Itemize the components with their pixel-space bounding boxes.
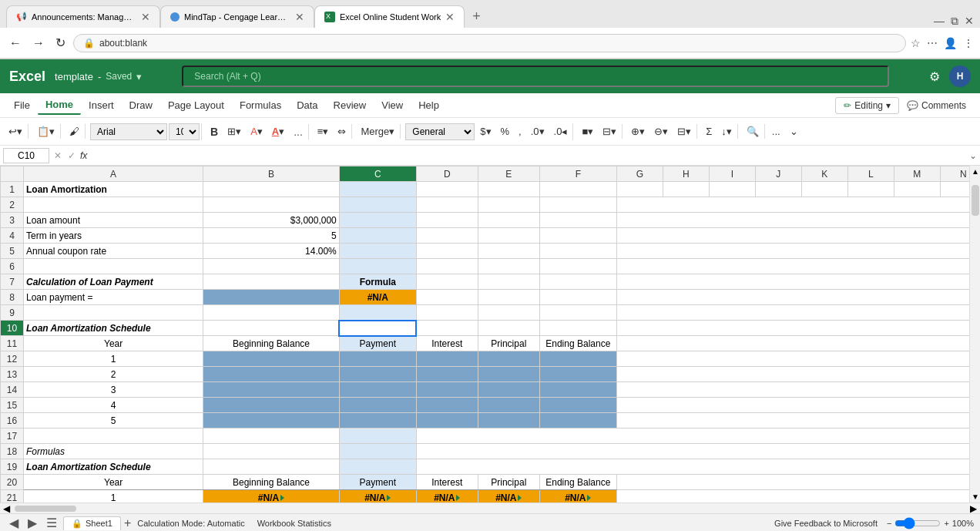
editing-dropdown-icon[interactable]: ▾ xyxy=(886,100,891,111)
chevron-down-icon[interactable]: ▾ xyxy=(136,71,142,82)
cell-F2[interactable] xyxy=(539,197,616,213)
scroll-sheets-right[interactable]: ▶ xyxy=(25,516,40,530)
cell-E14[interactable] xyxy=(478,382,539,398)
reload-button[interactable]: ↻ xyxy=(52,32,69,53)
cell-G20[interactable] xyxy=(616,475,969,490)
cell-A3[interactable]: Loan amount xyxy=(24,213,203,228)
zoom-in-button[interactable]: + xyxy=(944,519,948,528)
cell-B15[interactable] xyxy=(203,398,340,413)
menu-insert[interactable]: Insert xyxy=(81,96,122,114)
cell-E9[interactable] xyxy=(478,305,539,321)
cell-E8[interactable] xyxy=(478,290,539,305)
format-painter-button[interactable]: 🖌 xyxy=(65,124,83,139)
align-button[interactable]: ≡▾ xyxy=(314,124,333,139)
cell-L1[interactable] xyxy=(847,182,894,197)
add-sheet-button[interactable]: + xyxy=(124,516,131,530)
cell-C9[interactable] xyxy=(339,305,416,321)
cell-F9[interactable] xyxy=(539,305,616,321)
cell-J1[interactable] xyxy=(755,182,801,197)
autosum-button[interactable]: Σ xyxy=(702,124,716,139)
cell-D10[interactable] xyxy=(416,321,478,336)
cell-D21[interactable]: #N/A xyxy=(416,490,478,503)
cell-G4[interactable] xyxy=(616,228,969,244)
cell-G7[interactable] xyxy=(616,274,969,290)
cell-G8[interactable] xyxy=(616,290,969,305)
comma-button[interactable]: , xyxy=(515,124,525,139)
scroll-sheets-left[interactable]: ◀ xyxy=(6,516,22,530)
cell-G5[interactable] xyxy=(616,244,969,259)
sheet-area[interactable]: A B C D E F G H I J K L M N O xyxy=(0,166,969,502)
cell-C6[interactable] xyxy=(339,259,416,274)
zoom-out-button[interactable]: − xyxy=(887,519,891,528)
menu-draw[interactable]: Draw xyxy=(122,96,160,114)
tab-close-3[interactable]: ✕ xyxy=(445,11,455,23)
cell-C10[interactable] xyxy=(339,321,416,336)
cell-F16[interactable] xyxy=(539,413,616,428)
col-header-H[interactable]: H xyxy=(663,166,709,182)
cell-E15[interactable] xyxy=(478,398,539,413)
cell-A1[interactable]: Loan Amortization xyxy=(24,182,203,197)
cell-A20[interactable]: Year xyxy=(24,475,203,490)
workbook-stats-button[interactable]: Workbook Statistics xyxy=(257,519,331,528)
cell-D18[interactable] xyxy=(416,444,969,459)
cell-C12[interactable] xyxy=(339,351,416,367)
row-header-3[interactable]: 3 xyxy=(1,213,24,228)
col-header-N[interactable]: N xyxy=(940,166,969,182)
settings-icon[interactable]: ⋮ xyxy=(963,37,974,49)
col-header-G[interactable]: G xyxy=(616,166,663,182)
cell-G9[interactable] xyxy=(616,305,969,321)
cell-I1[interactable] xyxy=(709,182,755,197)
cell-D1[interactable] xyxy=(416,182,478,197)
cell-D11[interactable]: Interest xyxy=(416,336,478,351)
cell-G10[interactable] xyxy=(616,321,969,336)
cell-M1[interactable] xyxy=(894,182,940,197)
cell-A7[interactable]: Calculation of Loan Payment xyxy=(24,274,203,290)
zoom-slider[interactable] xyxy=(894,517,941,529)
cell-C20[interactable]: Payment xyxy=(339,475,416,490)
cell-A14[interactable]: 3 xyxy=(24,382,203,398)
bookmark-icon[interactable]: ☆ xyxy=(911,37,921,49)
menu-page-layout[interactable]: Page Layout xyxy=(160,96,232,114)
editing-button[interactable]: ✏ Editing ▾ xyxy=(835,97,899,114)
row-header-10[interactable]: 10 xyxy=(1,321,24,336)
cell-E3[interactable] xyxy=(478,213,539,228)
cell-E16[interactable] xyxy=(478,413,539,428)
cell-C17[interactable] xyxy=(339,428,416,444)
table-button[interactable]: ⊟▾ xyxy=(599,124,620,139)
decrease-decimal-button[interactable]: .0◂ xyxy=(550,124,572,139)
comments-button[interactable]: 💬 Comments xyxy=(899,98,974,113)
cell-F8[interactable] xyxy=(539,290,616,305)
more-toolbar-button[interactable]: ... xyxy=(768,124,784,139)
cell-B2[interactable] xyxy=(203,197,340,213)
cell-E4[interactable] xyxy=(478,228,539,244)
cell-B3[interactable]: $3,000,000 xyxy=(203,213,340,228)
cell-A21[interactable]: 1 xyxy=(24,490,203,503)
horizontal-scrollbar[interactable]: ◀ ▶ xyxy=(0,502,980,513)
tab-close-1[interactable]: ✕ xyxy=(141,11,150,23)
cell-D3[interactable] xyxy=(416,213,478,228)
cell-B8[interactable] xyxy=(203,290,340,305)
cell-D4[interactable] xyxy=(416,228,478,244)
row-header-14[interactable]: 14 xyxy=(1,382,24,398)
cell-C15[interactable] xyxy=(339,398,416,413)
cell-D2[interactable] xyxy=(416,197,478,213)
menu-help[interactable]: Help xyxy=(411,96,447,114)
cell-F11[interactable]: Ending Balance xyxy=(539,336,616,351)
cell-E13[interactable] xyxy=(478,367,539,382)
cell-H1[interactable] xyxy=(663,182,709,197)
row-header-19[interactable]: 19 xyxy=(1,459,24,475)
cell-A6[interactable] xyxy=(24,259,203,274)
format-cells-button[interactable]: ⊟▾ xyxy=(673,124,695,139)
cell-N1[interactable] xyxy=(940,182,969,197)
row-header-7[interactable]: 7 xyxy=(1,274,24,290)
cell-reference-input[interactable] xyxy=(3,148,49,163)
find-button[interactable]: 🔍 xyxy=(743,124,763,139)
extensions-icon[interactable]: ⋯ xyxy=(927,37,938,49)
cell-C18[interactable] xyxy=(339,444,416,459)
number-format-selector[interactable]: General Number Currency Percent xyxy=(405,123,475,140)
undo-button[interactable]: ↩▾ xyxy=(5,124,26,139)
scroll-left-button[interactable]: ◀ xyxy=(0,503,13,514)
formula-input[interactable] xyxy=(90,149,966,163)
cell-F4[interactable] xyxy=(539,228,616,244)
cell-D7[interactable] xyxy=(416,274,478,290)
